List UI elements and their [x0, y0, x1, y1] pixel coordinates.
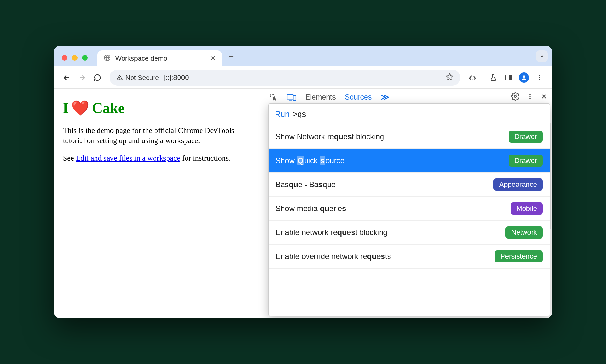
command-label: Show media queries	[276, 204, 346, 213]
forward-button[interactable]	[76, 71, 88, 84]
tab-elements[interactable]: Elements	[305, 93, 336, 102]
security-label: Not Secure	[125, 74, 159, 81]
heading-pre: I	[63, 98, 69, 118]
command-label: Enable override network requests	[276, 252, 391, 261]
browser-window: Workspace demo ✕ + Not Secure [::]:8000	[54, 46, 552, 318]
heart-icon: ❤️	[71, 98, 89, 118]
sidepanel-icon[interactable]	[502, 71, 515, 84]
back-button[interactable]	[60, 71, 73, 84]
inspect-icon[interactable]	[269, 93, 278, 102]
p2-post: for instructions.	[180, 154, 231, 162]
command-label: Show Quick source	[276, 156, 345, 165]
command-menu: Run >qs Show Network request blockingDra…	[268, 103, 550, 316]
heading-post: Cake	[92, 98, 125, 118]
svg-point-7	[539, 77, 540, 78]
url-text: [::]:8000	[163, 73, 189, 82]
devtools-close-icon[interactable]	[541, 93, 548, 102]
new-tab-button[interactable]: +	[222, 51, 240, 66]
browser-tab[interactable]: Workspace demo ✕	[97, 50, 222, 66]
svg-rect-10	[287, 94, 293, 99]
svg-rect-12	[293, 95, 296, 100]
command-prefix: Run	[275, 110, 290, 119]
scrollbar[interactable]	[550, 123, 551, 229]
p2-pre: See	[63, 154, 76, 162]
command-item[interactable]: Enable override network requestsPersiste…	[269, 245, 550, 269]
chrome-menu-icon[interactable]	[533, 71, 546, 84]
command-query: >qs	[293, 110, 306, 119]
reload-button[interactable]	[91, 71, 104, 84]
address-bar[interactable]: Not Secure [::]:8000	[110, 70, 460, 86]
command-label: Basque - Basque	[276, 180, 336, 189]
svg-point-15	[529, 96, 531, 97]
more-tabs-icon[interactable]: ≫	[381, 92, 389, 102]
devtools-menu-icon[interactable]	[526, 93, 534, 102]
rendered-page: I ❤️ Cake This is the demo page for the …	[54, 89, 265, 318]
command-item[interactable]: Show Quick sourceDrawer	[269, 149, 550, 173]
devtools-panel: Elements Sources ≫ characters	[265, 89, 552, 318]
command-label: Enable network request blocking	[276, 228, 388, 237]
command-list: Show Network request blockingDrawerShow …	[269, 125, 550, 316]
command-badge: Appearance	[493, 178, 543, 191]
tab-title: Workspace demo	[115, 55, 167, 62]
toolbar-divider	[483, 73, 483, 82]
close-tab-icon[interactable]: ✕	[210, 54, 216, 63]
page-heading: I ❤️ Cake	[63, 98, 256, 118]
tabs-dropdown-button[interactable]	[536, 50, 548, 62]
command-badge: Persistence	[495, 250, 543, 262]
svg-point-14	[529, 94, 531, 95]
page-paragraph-1: This is the demo page for the official C…	[63, 125, 256, 146]
security-chip[interactable]: Not Secure	[117, 74, 159, 81]
command-item[interactable]: Show media queriesMobile	[269, 197, 550, 221]
tab-strip: Workspace demo ✕ +	[54, 46, 552, 66]
content-area: I ❤️ Cake This is the demo page for the …	[54, 89, 552, 318]
command-item[interactable]: Basque - BasqueAppearance	[269, 173, 550, 197]
settings-gear-icon[interactable]	[511, 92, 519, 102]
maximize-window-button[interactable]	[82, 55, 88, 61]
svg-point-16	[529, 98, 531, 99]
command-label: Show Network request blocking	[276, 132, 384, 141]
command-badge: Drawer	[509, 131, 543, 143]
window-controls	[58, 55, 91, 66]
command-badge: Network	[505, 226, 543, 239]
command-badge: Drawer	[509, 155, 543, 167]
command-badge: Mobile	[511, 202, 543, 215]
globe-icon	[104, 54, 111, 63]
svg-point-6	[539, 75, 540, 76]
svg-rect-4	[509, 75, 511, 80]
svg-point-2	[119, 79, 120, 79]
tab-sources[interactable]: Sources	[345, 93, 372, 102]
svg-point-5	[523, 75, 525, 78]
command-item[interactable]: Enable network request blockingNetwork	[269, 221, 550, 245]
minimize-window-button[interactable]	[72, 55, 78, 61]
extensions-icon[interactable]	[466, 71, 479, 84]
close-window-button[interactable]	[62, 55, 67, 61]
page-paragraph-2: See Edit and save files in a workspace f…	[63, 153, 256, 163]
svg-point-13	[514, 95, 517, 97]
bookmark-star-icon[interactable]	[446, 73, 453, 82]
browser-toolbar: Not Secure [::]:8000	[54, 66, 552, 89]
svg-point-8	[539, 79, 540, 80]
command-item[interactable]: Show Network request blockingDrawer	[269, 125, 550, 149]
profile-button[interactable]	[518, 71, 530, 84]
labs-icon[interactable]	[487, 71, 500, 84]
device-toggle-icon[interactable]	[287, 93, 296, 102]
command-input[interactable]: Run >qs	[269, 104, 550, 125]
workspace-link[interactable]: Edit and save files in a workspace	[76, 154, 180, 162]
